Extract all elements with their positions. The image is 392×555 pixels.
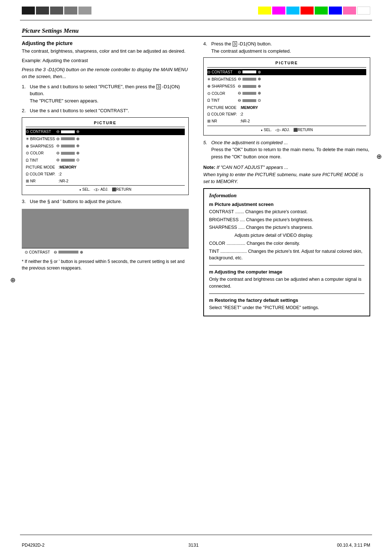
contrast-image: ⊙ CONTRAST ⊖ ⊕ (22, 209, 189, 256)
note-italic-1: If "CAN NOT ADJUST" appears ... (217, 165, 288, 170)
menu-bar-color-1 (61, 152, 75, 155)
step-3-text1: Use the § and ' buttons to adjust the pi… (30, 199, 122, 204)
menu-section-label-ct-2: Ω COLOR TEMP. (207, 111, 240, 117)
menu-row-sharpness-2: ⊕ SHARPNESS ⊖ ⊕ (207, 83, 366, 90)
menu-label-tint-2: Ω TINT (207, 97, 236, 104)
left-column: Adjusting the picture The contrast, brig… (22, 40, 189, 316)
step-5-text2: Press the "OK" button to return to the m… (211, 147, 369, 159)
menu-minus-contrast-1: ⊖ (56, 129, 60, 135)
step-2-text1: Use the s and t buttons to select "CONTR… (30, 108, 129, 113)
menu-bar-tint-2 (242, 99, 256, 102)
step-1: 1. Use the s and t buttons to select "PI… (22, 83, 189, 105)
footer-sel-1: ⬧ SEL. (79, 187, 90, 193)
step-4-content: Press the 3 -D1(ON) button. The contrast… (211, 40, 370, 54)
note-italic-2: When trying to enter the PICTURE submenu… (203, 172, 363, 185)
menu-row-tint-2: Ω TINT ⊖ ⊙ (207, 97, 366, 104)
picture-menu-box-1: PICTURE ⊙ CONTRAST ⊖ ⊕ ✳ BRIGHTNESS ⊖ ⊕ … (22, 117, 189, 195)
menu-plus-contrast-1: ⊕ (76, 129, 79, 135)
menu-label-sharpness-2: ⊕ SHARPNESS (207, 83, 236, 89)
color-block-2 (36, 7, 49, 15)
footer-page-num-inner: 31 (188, 543, 193, 548)
info-computer-text: Only the contrast and brightness can be … (209, 276, 364, 290)
menu-plus-sharpness-1: ⊕ (76, 143, 79, 149)
menu-minus-color-2: ⊖ (238, 90, 241, 97)
menu-label-brightness-1: ✳ BRIGHTNESS (26, 136, 55, 142)
page-content: Picture Settings Menu Adjusting the pict… (22, 27, 370, 530)
menu-section-colortemp-1: Ω COLOR TEMP. : 2 (26, 171, 185, 177)
menu-section-label-pm-1: PICTURE MODE (26, 164, 58, 170)
step-4-text2: The contrast adjustment is completed. (211, 48, 291, 54)
step-2-content: Use the s and t buttons to select "CONTR… (30, 107, 189, 114)
info-subhead-2: m Adjusting the computer image (209, 269, 364, 275)
contrast-bar (58, 251, 78, 254)
right-color-blocks (258, 7, 370, 15)
menu-minus-brightness-1: ⊖ (56, 136, 60, 142)
color-block-white (357, 7, 370, 15)
menu-row-color-2: ⊙ COLOR ⊖ ⊕ (207, 90, 366, 97)
right-column: 4. Press the 3 -D1(ON) button. The contr… (203, 40, 370, 316)
footer-adj-2: ◁▷ ADJ. (275, 127, 290, 133)
step-1-text2: The "PICTURE" screen appears. (30, 98, 98, 104)
menu-row-sharpness-1: ⊕ SHARPNESS ⊖ ⊕ (26, 143, 185, 149)
contrast-minus: ⊖ (54, 250, 57, 254)
menu-section-picturemode-1: PICTURE MODE : MEMORY (26, 164, 185, 170)
menu-plus-brightness-1: ⊕ (76, 136, 79, 142)
menu-label-color-1: ⊙ COLOR (26, 150, 55, 156)
info-row-sharpness-indent: Adjusts picture detail of VIDEO display. (234, 232, 364, 239)
adjusting-body: The contrast, brightness, sharpness, col… (22, 48, 189, 55)
info-row-sharpness: SHARPNESS ..... Changes the picture's sh… (209, 224, 364, 231)
menu-label-sharpness-1: ⊕ SHARPNESS (26, 143, 55, 149)
menu-minus-brightness-2: ⊖ (238, 76, 241, 82)
footer-return-1: ⬛RETURN (112, 187, 131, 193)
color-block-green (315, 7, 328, 15)
color-block-3 (50, 7, 63, 15)
color-block-cyan (286, 7, 299, 15)
step-5-text1: Once the adjustment is completed ... (211, 140, 288, 145)
footer-adj-1: ◁▷ ADJ. (94, 187, 108, 193)
color-block-1 (22, 7, 35, 15)
menu-plus-color-1: ⊕ (76, 150, 79, 157)
note-title: Note: (203, 165, 217, 170)
menu-section-label-ct-1: Ω COLOR TEMP. (26, 171, 58, 177)
menu-section-label-nr-2: ⊞ NR (207, 118, 240, 124)
step-2-num: 2. (22, 107, 28, 114)
page-border-bottom (20, 535, 372, 535)
step-4-num: 4. (203, 40, 209, 54)
step-5: 5. Once the adjustment is completed ... … (203, 139, 370, 161)
info-row-tint: TINT ..................... Changes the p… (209, 248, 364, 262)
info-row-color: COLOR ............... Changes the color … (209, 240, 364, 247)
menu-val-pm-1: MEMORY (60, 164, 77, 170)
contrast-bottom-bar: ⊙ CONTRAST ⊖ ⊕ (22, 248, 189, 256)
page-border-top (20, 20, 372, 20)
menu-val-nr-1: NR-2 (60, 178, 69, 184)
menu-footer-2: ⬧ SEL. ◁▷ ADJ. ⬛RETURN (207, 126, 366, 133)
menu-bar-sharpness-1 (61, 145, 75, 147)
step-4: 4. Press the 3 -D1(ON) button. The contr… (203, 40, 370, 54)
menu-bar-brightness-2 (242, 78, 256, 81)
menu-plus-brightness-2: ⊕ (258, 76, 261, 82)
step-1-num: 1. (22, 83, 28, 105)
two-column-layout: Adjusting the picture The contrast, brig… (22, 40, 370, 316)
menu-footer-1: ⬧ SEL. ◁▷ ADJ. ⬛RETURN (26, 185, 185, 193)
step-3-content: Use the § and ' buttons to adjust the pi… (30, 198, 189, 205)
menu-label-contrast-2: ⊙ CONTRAST (207, 69, 236, 75)
menu-row-brightness-1: ✳ BRIGHTNESS ⊖ ⊕ (26, 136, 185, 142)
step-2: 2. Use the s and t buttons to select "CO… (22, 107, 189, 114)
info-factory-text: Select "RESET" under the "PICTURE MODE" … (209, 304, 364, 311)
menu-minus-color-1: ⊖ (56, 150, 60, 157)
step-3: 3. Use the § and ' buttons to adjust the… (22, 198, 189, 205)
menu-section-picturemode-2: PICTURE MODE : MEMORY (207, 105, 366, 111)
contrast-plus: ⊕ (80, 250, 83, 254)
top-color-bar (0, 7, 392, 15)
menu-bar-contrast-2 (242, 70, 256, 73)
info-title: Information (209, 193, 364, 199)
color-block-blue (329, 7, 342, 15)
italic-intro: Press the 3 -D1(ON) button on the remote… (22, 66, 189, 80)
left-color-blocks (22, 7, 91, 15)
menu-plus-sharpness-2: ⊕ (258, 83, 261, 90)
menu-minus-contrast-2: ⊖ (238, 69, 241, 76)
footer-left: PD4292D-2 (22, 543, 45, 548)
menu-bar-brightness-1 (61, 137, 75, 140)
footnote: * If neither the § or ' button is presse… (22, 258, 189, 271)
step-4-text1: Press the 3 -D1(ON) button. (211, 41, 272, 46)
